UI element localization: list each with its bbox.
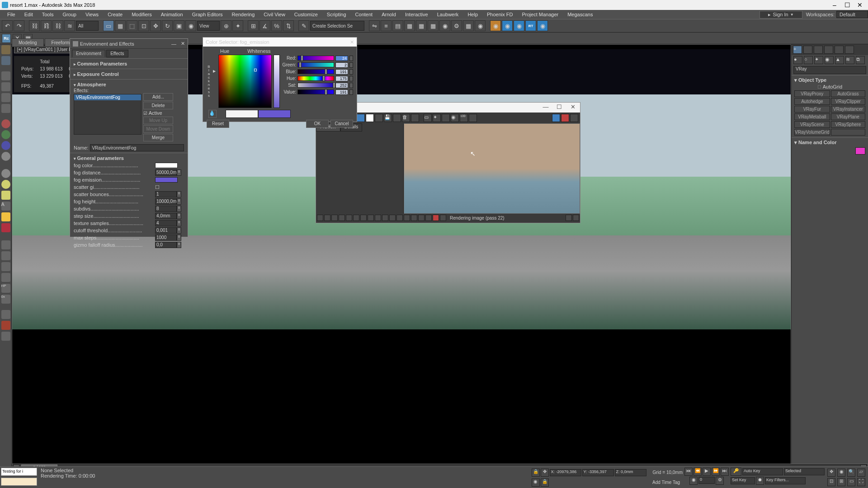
vfb-s12[interactable] [396, 215, 403, 221]
merge-button[interactable]: Merge [143, 134, 173, 141]
cat-helpers[interactable]: ▲ [835, 56, 844, 64]
vfb-t5[interactable] [469, 114, 477, 122]
bind-button[interactable]: ⛓ [52, 20, 63, 31]
color-spinner[interactable] [349, 56, 353, 61]
vfb-s16[interactable] [425, 215, 432, 221]
ok-button[interactable]: OK [306, 120, 329, 128]
snap-button[interactable]: ⊞ [248, 20, 259, 31]
selected-dropdown[interactable]: Selected [784, 468, 825, 475]
named-sel-dropdown[interactable]: Create Selection Se [310, 21, 364, 31]
mirror-button[interactable]: ⇋ [369, 20, 380, 31]
ls-21[interactable]: HP [1, 284, 10, 293]
env-min[interactable]: — [171, 41, 176, 47]
menu-edit[interactable]: Edit [20, 11, 38, 18]
menu-animation[interactable]: Animation [156, 11, 188, 18]
autokey-button[interactable]: Auto Key [742, 468, 783, 475]
param-spinner[interactable]: ⇕ [177, 169, 181, 176]
keyfilters-button[interactable]: Key Filters... [765, 477, 806, 484]
vfb-stop[interactable]: ◉ [451, 114, 459, 122]
add-button[interactable]: Add... [143, 93, 173, 101]
name-input[interactable] [90, 144, 184, 151]
ls-15[interactable] [1, 212, 10, 221]
objtype-vrayfur[interactable]: VRayFur [794, 106, 830, 113]
color-slider[interactable] [297, 56, 334, 61]
rt-button[interactable]: RT [525, 20, 536, 31]
param-value[interactable]: 8 [155, 206, 177, 212]
ls-18[interactable] [1, 251, 10, 260]
ls-8[interactable] [1, 130, 10, 139]
align-button[interactable]: ≡ [381, 20, 392, 31]
vfb-s18[interactable] [440, 215, 446, 221]
delete-button[interactable]: Delete [143, 102, 173, 109]
objtype-vrayscene[interactable]: VRayScene [794, 121, 830, 128]
goto-end[interactable]: ⏭ [721, 468, 729, 476]
nav-arc[interactable]: ◉ [837, 469, 845, 477]
vfb-t2[interactable] [393, 114, 401, 122]
ls-6[interactable] [1, 104, 10, 113]
sel-lock-button[interactable]: 🔒 [541, 479, 549, 487]
old-color-swatch[interactable] [226, 110, 258, 118]
menu-phoenixfd[interactable]: Phoenix FD [482, 11, 517, 18]
menu-projectmanager[interactable]: Project Manager [517, 11, 563, 18]
placement-button[interactable]: ◉ [185, 20, 196, 31]
vfb-track[interactable]: ✦ [433, 114, 441, 122]
vfb-s9[interactable] [375, 215, 381, 221]
schematic-button[interactable]: ≋ [64, 20, 75, 31]
param-value[interactable]: 1 [155, 191, 177, 197]
color-slider[interactable] [297, 76, 334, 81]
render-frame-button[interactable]: ▦ [463, 20, 474, 31]
menu-content[interactable]: Content [351, 11, 377, 18]
unlink-button[interactable]: ⛓̸ [41, 20, 52, 31]
macro-listener[interactable] [1, 478, 37, 486]
ls-22[interactable]: 0x [1, 295, 10, 304]
color-spinner[interactable] [349, 83, 353, 88]
saturation-field[interactable] [218, 55, 272, 108]
vfb-mono[interactable] [366, 114, 374, 122]
objtype-autohedge[interactable]: Autohedge [794, 98, 830, 105]
ls-11[interactable] [1, 169, 10, 178]
curve-editor-button[interactable]: ▦ [416, 20, 427, 31]
hierarchy-tab[interactable] [814, 46, 823, 54]
keymode-btn[interactable]: ⏺ [756, 477, 764, 485]
schematic-view-button[interactable]: ▦ [428, 20, 439, 31]
menu-grapheditors[interactable]: Graph Editors [188, 11, 227, 18]
goto-start[interactable]: ⏮ [684, 468, 693, 476]
color-spinner[interactable] [349, 69, 353, 75]
online-button[interactable]: ◉ [502, 20, 513, 31]
vfb-s10[interactable] [382, 215, 388, 221]
current-frame[interactable]: 0 [698, 477, 715, 484]
color-value[interactable]: 2 [335, 62, 348, 68]
cat-systems[interactable]: ⧉ [856, 56, 865, 64]
toggle-ribbon-button[interactable]: ▦ [404, 20, 415, 31]
nav-zoom[interactable]: 🔍 [847, 469, 855, 477]
nav-region[interactable]: ▭ [847, 478, 855, 486]
lock-icon[interactable]: 🔒 [532, 469, 540, 477]
vfb-region[interactable]: ▭ [424, 114, 432, 122]
vfb-close[interactable]: ✕ [566, 103, 579, 112]
close-button[interactable]: ✕ [854, 1, 866, 9]
vfb-s19[interactable] [566, 215, 572, 221]
manip-button[interactable]: ✦ [232, 20, 243, 31]
vfb-hist[interactable] [561, 114, 569, 122]
menu-laubwerk[interactable]: Laubwerk [433, 11, 463, 18]
color-slider[interactable] [297, 83, 334, 88]
vfb-lens[interactable] [570, 114, 578, 122]
set-key-big[interactable]: 🔑 [731, 468, 741, 476]
sec-common[interactable]: Common Parameters [74, 60, 184, 67]
prev-frame[interactable]: ⏪ [693, 468, 702, 476]
param-spinner[interactable]: ⇕ [177, 198, 181, 205]
a360-button[interactable]: ◉ [490, 20, 501, 31]
coord-mode[interactable]: ✥ [541, 469, 549, 477]
menu-customize[interactable]: Customize [290, 11, 322, 18]
play-button[interactable]: ▶ [703, 468, 711, 476]
vfb-t3[interactable] [411, 114, 419, 122]
vfb-button[interactable]: ◉ [514, 20, 524, 31]
vfb-save[interactable]: 💾 [384, 114, 392, 122]
param-swatch[interactable] [155, 163, 178, 168]
ls-2[interactable] [1, 56, 10, 65]
select-name-button[interactable]: ▦ [115, 20, 126, 31]
objtype-vrayvolumegrid[interactable]: VRayVolumeGrid [794, 129, 830, 136]
menu-scripting[interactable]: Scripting [322, 11, 351, 18]
angle-snap-button[interactable]: ∡ [259, 20, 270, 31]
whiteness-bar[interactable] [274, 55, 280, 108]
